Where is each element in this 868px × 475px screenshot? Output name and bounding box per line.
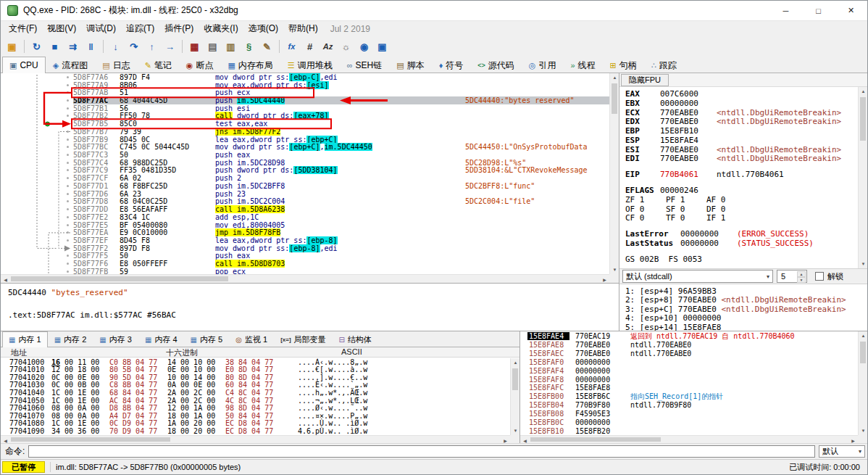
numbers-button[interactable]: # [301, 38, 319, 55]
scroll-right-arrow[interactable]: ▶ [600, 275, 609, 284]
disasm-row[interactable]: 5D8F77C468 988DC25Dpush im.5DC28D985DC28… [1, 159, 609, 167]
stack-row[interactable]: 15E8FAF400000000 [520, 366, 858, 375]
argument-row[interactable]: 4: [esp+10] 00000000 [625, 313, 867, 322]
disasm-row[interactable]: 5D8F77D66A 23push 23 [1, 190, 609, 198]
disasm-row[interactable]: 5D8F77B779 39jns im.5D8F77F2 [1, 128, 609, 136]
register-row[interactable]: LastError00000000(ERROR_SUCCESS) [625, 229, 857, 239]
disasm-row[interactable]: 5D8F77B585C0test eax,eax [1, 120, 609, 128]
seh-chain-button[interactable]: § [240, 38, 258, 55]
register-row[interactable]: LastStatus00000000(STATUS_SUCCESS) [625, 239, 857, 248]
tab-struct[interactable]: ⊟结构体 [333, 332, 378, 347]
scroll-thumb[interactable] [512, 368, 518, 390]
disasm-row[interactable]: 5D8F77E5BF 05400080mov edi,80004005 [1, 221, 609, 229]
register-row[interactable]: ZF 1PF 1AF 0 [625, 195, 857, 205]
disasm-row[interactable]: 5D8F77B98D45 0Clea eax,dword ptr ss:[ebp… [1, 136, 609, 144]
calling-convention-select[interactable]: 默认 (stdcall) ▾ [622, 270, 773, 283]
scroll-up-arrow[interactable]: ▲ [859, 87, 867, 96]
scroll-right-arrow[interactable]: ▶ [848, 436, 858, 443]
spin-down-button[interactable]: ▼ [797, 277, 806, 283]
disasm-row[interactable]: 5D8F77FB59pop ecx [1, 268, 609, 274]
preferences-button[interactable]: ☼ [337, 38, 355, 55]
command-profile-select[interactable]: 默认 ▾ [819, 445, 865, 458]
spin-up-button[interactable]: ▲ [797, 271, 806, 277]
register-row[interactable]: EFLAGS00000246 [625, 186, 857, 195]
tab-memory-map[interactable]: ▦内存布局 [220, 57, 280, 73]
scroll-thumb[interactable] [612, 83, 617, 114]
argument-count-spinner[interactable]: 5 ▲ ▼ [777, 270, 807, 283]
stack-row[interactable]: 15E8FB0015E8FB6C指向SEH_Record[1]的指针 [520, 392, 858, 401]
tab-notes[interactable]: ✎笔记 [138, 57, 179, 73]
disassembly-vscrollbar[interactable]: ▲ ▼ [609, 73, 619, 274]
argument-row[interactable]: 2: [esp+8] 770EABE0 <ntdll.DbgUiRemoteBr… [625, 295, 867, 304]
argument-row[interactable]: 1: [esp+4] 96A59BB3 [625, 286, 867, 295]
stack-row[interactable]: 15E8FAE8770EABE0ntdll.770EABE0 [520, 341, 858, 350]
menu-trace[interactable]: 追踪(T) [121, 21, 159, 36]
dump-row[interactable]: 7704107008 00 0A 00A4 D7 04 7718 00 1A 0… [1, 412, 510, 420]
disasm-row[interactable]: 5D8F77AB51push ecx [1, 88, 609, 96]
register-row[interactable]: EDI770EABE0<ntdll.DbgUiRemoteBreakin> [625, 154, 857, 164]
step-out-button[interactable]: ↑ [143, 38, 161, 55]
stack-vscrollbar[interactable]: ▲ ▼ [858, 331, 867, 435]
command-input[interactable] [28, 445, 815, 458]
disasm-row[interactable]: 5D8F77B2FF50 78call dword ptr ds:[eax+78… [1, 112, 609, 120]
scroll-up-arrow[interactable]: ▲ [511, 358, 519, 367]
scroll-thumb[interactable] [11, 276, 228, 281]
info-button[interactable]: ◉ [355, 38, 373, 55]
tab-memory-1[interactable]: ▦内存 1 [2, 331, 48, 347]
dump-row[interactable]: 770410200C 00 0E 0090 5D 04 7710 00 14 0… [1, 373, 510, 381]
menu-options[interactable]: 选项(O) [243, 21, 283, 36]
scroll-thumb[interactable] [860, 97, 866, 141]
dump-row[interactable]: 7704109034 00 36 0070 D9 04 7718 00 20 0… [1, 427, 510, 435]
tab-call-stack[interactable]: ☰调用堆栈 [280, 57, 340, 73]
stack-row[interactable]: 15E8FAF800000000 [520, 375, 858, 384]
scroll-right-arrow[interactable]: ▶ [501, 436, 510, 443]
register-row[interactable]: ESI770EABE0<ntdll.DbgUiRemoteBreakin> [625, 145, 857, 154]
stack-hscrollbar[interactable]: ◀ ▶ [520, 435, 858, 443]
menu-view[interactable]: 视图(V) [42, 21, 81, 36]
disasm-row[interactable]: 5D8F77D168 F8BFC25Dpush im.5DC2BFF85DC2B… [1, 182, 609, 190]
stack-row[interactable]: 15E8FB08F45905E3 [520, 410, 858, 418]
stack-row[interactable]: 15E8FAEC770EABE0ntdll.770EABE0 [520, 350, 858, 358]
dump-row[interactable]: 7704101012 00 18 0080 5B 04 770E 00 10 0… [1, 366, 510, 374]
restart-button[interactable]: ↻ [28, 38, 46, 55]
disasm-row[interactable]: 5D8F77E283C4 1Cadd esp,1C [1, 213, 609, 221]
register-row[interactable]: OF 0SF 0DF 0 [625, 205, 857, 214]
tab-source[interactable]: <>源代码 [470, 57, 522, 73]
argument-row[interactable]: 5: [esp+14] 15E8FAE8 [625, 323, 867, 331]
tab-log[interactable]: ▤日志 [95, 57, 137, 73]
call-stack-button[interactable]: ▥ [222, 38, 240, 55]
scroll-down-arrow[interactable]: ▼ [610, 265, 619, 274]
stack-row[interactable]: 15E8FAE4770EAC19返回到 ntdll.770EAC19 自 ntd… [520, 332, 858, 341]
disasm-row[interactable]: 5D8F77BCC745 0C 5044C45Dmov dword ptr ss… [1, 143, 609, 151]
scroll-down-arrow[interactable]: ▼ [859, 426, 867, 435]
disasm-row[interactable]: 5D8F77F6E8 050FFEFFcall im.5D8D8703 [1, 260, 609, 268]
disasm-row[interactable]: 5D8F77F2897D F8mov dword ptr ss:[ebp-8],… [1, 244, 609, 252]
dump-row[interactable]: 7704100016 00 11 00C0 8B 04 7714 00 10 0… [1, 358, 510, 366]
dump-row[interactable]: 770410300C 00 0B 00C8 8B 04 770A 00 0E 0… [1, 381, 510, 389]
menu-plugins[interactable]: 插件(P) [159, 21, 199, 36]
tab-memory-4[interactable]: ▦内存 4 [138, 332, 184, 347]
tab-trace[interactable]: ∴跟踪 [644, 57, 684, 73]
tab-memory-5[interactable]: ▦内存 5 [184, 332, 230, 347]
menu-help[interactable]: 帮助(H) [283, 21, 323, 36]
dump-row[interactable]: 770410401C 00 1E 0068 84 04 772A 00 2C 0… [1, 389, 510, 397]
register-row[interactable]: ECX770EABE0<ntdll.DbgUiRemoteBreakin> [625, 108, 857, 117]
disasm-row[interactable]: 5D8F77AC68 4044C45Dpush im.5DC444405DC44… [1, 96, 609, 104]
breakpoint-dot[interactable] [45, 121, 50, 126]
tab-script[interactable]: ▤脚本 [389, 57, 431, 73]
register-row[interactable]: CF 0TF 0IF 1 [625, 214, 857, 223]
step-over-button[interactable]: ↷ [125, 38, 143, 55]
memory-map-button[interactable]: ▤ [204, 38, 222, 55]
tab-cpu[interactable]: ▣CPU [2, 57, 46, 73]
strings-button[interactable]: Az [319, 38, 337, 55]
tab-seh[interactable]: ∞SEH链 [340, 57, 390, 73]
close-button[interactable]: ✕ [835, 1, 867, 20]
functions-button[interactable]: fx [283, 38, 301, 55]
tab-handles[interactable]: ⊞句柄 [603, 57, 644, 73]
menu-file[interactable]: 文件(F) [4, 21, 42, 36]
window-button[interactable]: ▣ [373, 38, 391, 55]
scroll-up-arrow[interactable]: ▲ [610, 73, 619, 82]
registers-vscrollbar[interactable]: ▲ ▼ [858, 87, 867, 268]
tab-graph[interactable]: ◈流程图 [46, 57, 95, 73]
disasm-row[interactable]: 5D8F77A6897D F4mov dword ptr ss:[ebp-C],… [1, 73, 609, 81]
